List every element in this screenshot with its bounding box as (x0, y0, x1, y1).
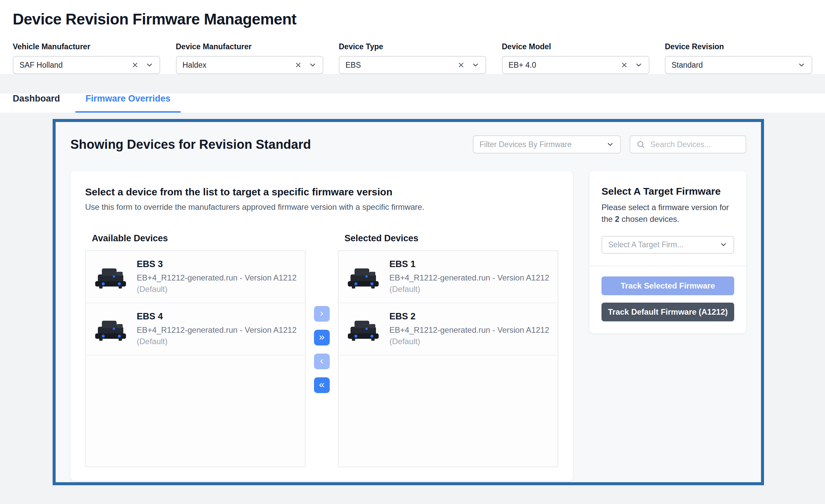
filter-device-model: Device Model EB+ 4.0 (502, 42, 649, 74)
search-icon (636, 140, 645, 149)
device-transfer-card: Select a device from the list to target … (70, 171, 573, 481)
device-firmware-text: EB+4_R1212-generated.run - Version A1212 (137, 325, 297, 334)
description-suffix: chosen devices. (619, 214, 679, 224)
move-all-left-button[interactable]: « (314, 377, 330, 393)
device-model-label: Device Model (502, 42, 649, 51)
chevron-down-icon[interactable] (145, 61, 153, 69)
chosen-device-count: 2 (615, 214, 619, 224)
target-firmware-select[interactable]: Select A Target Firm... (601, 236, 734, 254)
panel-title: Showing Devices for Revision Standard (70, 137, 311, 152)
device-default-label: (Default) (389, 336, 549, 347)
device-image (346, 263, 381, 291)
clear-icon[interactable] (131, 61, 139, 69)
device-revision-value: Standard (672, 61, 798, 70)
device-firmware: EB+4_R1212-generated.run - Version A1212… (389, 272, 549, 295)
device-manufacturer-label: Device Manufacturer (176, 42, 323, 51)
device-firmware-text: EB+4_R1212-generated.run - Version A1212 (137, 273, 297, 282)
panel-header: Showing Devices for Revision Standard Fi… (56, 122, 761, 153)
panel-body: Select a device from the list to target … (70, 171, 746, 481)
target-firmware-body: Select A Target Firmware Please select a… (589, 171, 746, 266)
chevron-down-icon[interactable] (635, 61, 643, 69)
content-area: Showing Devices for Revision Standard Fi… (0, 113, 825, 504)
device-manufacturer-select[interactable]: Haldex (176, 56, 323, 74)
device-info: EBS 4 EB+4_R1212-generated.run - Version… (137, 311, 297, 347)
chevron-down-icon[interactable] (471, 61, 480, 69)
device-list-item[interactable]: EBS 1 EB+4_R1212-generated.run - Version… (338, 251, 558, 303)
filter-device-type: Device Type EBS (339, 42, 486, 74)
device-info: EBS 3 EB+4_R1212-generated.run - Version… (137, 259, 297, 295)
chevron-down-icon[interactable] (798, 61, 806, 69)
device-firmware: EB+4_R1212-generated.run - Version A1212… (389, 324, 549, 347)
device-default-label: (Default) (389, 284, 549, 295)
target-firmware-placeholder: Select A Target Firm... (608, 240, 719, 249)
selected-devices-header: Selected Devices (344, 233, 558, 244)
device-image (346, 315, 381, 343)
device-list-item[interactable]: EBS 4 EB+4_R1212-generated.run - Version… (86, 303, 305, 356)
vehicle-manufacturer-label: Vehicle Manufacturer (13, 42, 160, 51)
transfer-title: Select a device from the list to target … (85, 186, 558, 198)
chevron-down-icon[interactable] (309, 61, 317, 69)
vehicle-manufacturer-value: SAF Holland (19, 61, 131, 70)
device-default-label: (Default) (137, 336, 297, 347)
selected-devices-column: Selected Devices EBS 1 EB+4_R1212-genera… (338, 233, 558, 467)
tab-bar: Dashboard Firmware Overrides (0, 93, 825, 113)
target-firmware-card: Select A Target Firmware Please select a… (589, 171, 746, 333)
transfer-controls: › » ‹ « (306, 306, 338, 467)
device-info: EBS 2 EB+4_R1212-generated.run - Version… (389, 311, 549, 347)
page-header: Device Revision Firmware Management Vehi… (0, 0, 825, 74)
device-manufacturer-value: Haldex (183, 61, 295, 70)
device-image (93, 315, 128, 343)
available-devices-header: Available Devices (92, 233, 306, 244)
tab-dashboard[interactable]: Dashboard (13, 93, 60, 113)
device-firmware-text: EB+4_R1212-generated.run - Version A1212 (389, 273, 549, 282)
vehicle-manufacturer-select[interactable]: SAF Holland (13, 56, 160, 74)
device-firmware-text: EB+4_R1212-generated.run - Version A1212 (389, 325, 549, 334)
filter-row: Vehicle Manufacturer SAF Holland Device … (13, 42, 812, 74)
device-image (93, 263, 128, 291)
filter-device-revision: Device Revision Standard (665, 42, 812, 74)
available-devices-column: Available Devices EBS 3 EB+4_R1212-gener… (85, 233, 306, 467)
chevron-down-icon[interactable] (719, 241, 727, 249)
move-left-button[interactable]: ‹ (314, 354, 330, 369)
device-revision-select[interactable]: Standard (665, 56, 812, 74)
available-devices-list: EBS 3 EB+4_R1212-generated.run - Version… (85, 250, 306, 467)
device-name: EBS 1 (389, 259, 549, 269)
target-firmware-footer: Track Selected Firmware Track Default Fi… (589, 266, 746, 333)
panel-controls: Filter Devices By Firmware (473, 135, 746, 153)
device-revision-label: Device Revision (665, 42, 812, 51)
chevron-down-icon[interactable] (606, 140, 614, 148)
clear-icon[interactable] (621, 61, 628, 69)
device-info: EBS 1 EB+4_R1212-generated.run - Version… (389, 259, 549, 295)
device-type-label: Device Type (339, 42, 486, 51)
device-name: EBS 4 (137, 311, 297, 322)
target-firmware-title: Select A Target Firmware (601, 186, 734, 197)
search-input[interactable] (650, 140, 740, 149)
target-firmware-description: Please select a firmware version for the… (601, 202, 734, 225)
transfer-subtitle: Use this form to override the manufactur… (85, 202, 558, 212)
tab-firmware-overrides[interactable]: Firmware Overrides (75, 93, 181, 113)
clear-icon[interactable] (457, 61, 465, 69)
selected-devices-list: EBS 1 EB+4_R1212-generated.run - Version… (338, 250, 558, 467)
move-right-button[interactable]: › (314, 306, 330, 322)
filter-device-manufacturer: Device Manufacturer Haldex (176, 42, 323, 74)
track-default-firmware-button[interactable]: Track Default Firmware (A1212) (601, 303, 734, 321)
filter-vehicle-manufacturer: Vehicle Manufacturer SAF Holland (13, 42, 160, 74)
firmware-overrides-panel: Showing Devices for Revision Standard Fi… (53, 119, 764, 485)
transfer-columns: Available Devices EBS 3 EB+4_R1212-gener… (85, 233, 558, 467)
device-default-label: (Default) (137, 284, 297, 295)
device-list-item[interactable]: EBS 2 EB+4_R1212-generated.run - Version… (338, 303, 558, 356)
firmware-filter-dropdown[interactable]: Filter Devices By Firmware (473, 135, 621, 153)
device-list-item[interactable]: EBS 3 EB+4_R1212-generated.run - Version… (86, 251, 305, 303)
device-search[interactable] (630, 135, 746, 153)
track-selected-firmware-button[interactable]: Track Selected Firmware (601, 276, 734, 295)
clear-icon[interactable] (295, 61, 302, 69)
device-type-select[interactable]: EBS (339, 56, 486, 74)
move-all-right-button[interactable]: » (314, 330, 330, 345)
page-title: Device Revision Firmware Management (13, 10, 812, 28)
device-model-value: EB+ 4.0 (509, 61, 621, 70)
firmware-filter-placeholder: Filter Devices By Firmware (480, 140, 606, 149)
device-firmware: EB+4_R1212-generated.run - Version A1212… (137, 272, 297, 295)
device-firmware: EB+4_R1212-generated.run - Version A1212… (137, 324, 297, 347)
device-name: EBS 2 (389, 311, 549, 322)
device-model-select[interactable]: EB+ 4.0 (502, 56, 649, 74)
